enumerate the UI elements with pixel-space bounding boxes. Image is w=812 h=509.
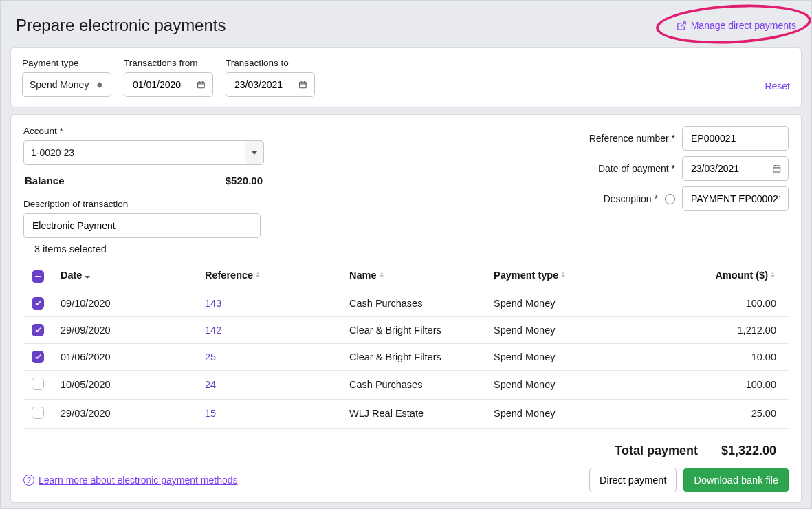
app-frame: Prepare electronic payments Manage direc…	[0, 0, 812, 509]
svg-rect-9	[773, 166, 780, 172]
learn-more-label: Learn more about electronic payment meth…	[39, 475, 238, 486]
page-header: Prepare electronic payments Manage direc…	[10, 9, 802, 47]
page-title: Prepare electronic payments	[16, 16, 226, 35]
description-label: Description *	[604, 193, 658, 204]
total-label: Total payment	[615, 444, 698, 458]
info-icon[interactable]: i	[665, 194, 675, 204]
transactions-from-input[interactable]	[124, 72, 213, 97]
reset-button[interactable]: Reset	[765, 80, 790, 97]
date-of-payment-value[interactable]	[690, 162, 767, 175]
row-date: 10/05/2020	[52, 370, 197, 399]
row-payment-type: Spend Money	[485, 343, 637, 370]
row-date: 29/03/2020	[52, 399, 197, 428]
selected-count: 3 items selected	[34, 243, 789, 254]
sort-icon	[380, 272, 385, 280]
transaction-desc-value[interactable]	[31, 219, 253, 232]
row-reference-link[interactable]: 24	[205, 379, 216, 390]
transactions-to-input[interactable]	[226, 72, 315, 97]
row-checkbox[interactable]	[32, 407, 44, 419]
transactions-to-label: Transactions to	[226, 58, 315, 68]
help-icon: ?	[23, 475, 34, 486]
transactions-to-value[interactable]	[233, 78, 293, 91]
external-link-icon	[677, 21, 687, 31]
transactions-from-label: Transactions from	[124, 58, 213, 68]
balance-label: Balance	[25, 175, 65, 186]
payment-type-value: Spend Money	[30, 79, 89, 90]
payment-type-label: Payment type	[22, 58, 111, 68]
manage-link-label: Manage direct payments	[691, 20, 796, 31]
transaction-desc-input[interactable]	[23, 213, 261, 238]
account-select[interactable]: 1-0020 23	[23, 140, 264, 165]
payment-type-field: Payment type Spend Money	[22, 58, 111, 97]
main-panel: Account * 1-0020 23 Balance $520.00 Desc…	[10, 114, 802, 503]
select-all-checkbox[interactable]	[32, 270, 44, 283]
table-row: 01/06/2020 25 Clear & Bright Filters Spe…	[23, 343, 789, 370]
row-payment-type: Spend Money	[485, 290, 637, 316]
row-reference-link[interactable]: 142	[205, 325, 221, 336]
table-row: 29/09/2020 142 Clear & Bright Filters Sp…	[23, 316, 789, 343]
row-date: 09/10/2020	[52, 290, 197, 316]
row-name: WLJ Real Estate	[341, 399, 485, 428]
date-of-payment-label: Date of payment *	[598, 163, 675, 174]
column-reference[interactable]: Reference	[197, 261, 341, 290]
row-date: 29/09/2020	[52, 316, 197, 343]
svg-line-0	[681, 21, 685, 26]
svg-rect-1	[198, 82, 205, 88]
svg-rect-5	[300, 82, 307, 88]
row-amount: 100.00	[637, 370, 789, 399]
sort-icon	[561, 272, 567, 280]
transactions-from-value[interactable]	[131, 78, 191, 91]
row-payment-type: Spend Money	[485, 316, 637, 343]
calendar-icon	[298, 79, 307, 90]
column-amount[interactable]: Amount ($)	[637, 261, 789, 290]
account-select-button[interactable]	[245, 140, 264, 165]
total-row: Total payment $1,322.00	[23, 429, 789, 461]
payment-details: Reference number * Date of payment * Des…	[589, 126, 789, 211]
total-value: $1,322.00	[721, 444, 776, 458]
row-reference-link[interactable]: 143	[205, 298, 221, 309]
date-of-payment-input[interactable]	[682, 156, 789, 181]
reference-number-value[interactable]	[690, 132, 781, 144]
row-amount: 25.00	[637, 399, 789, 428]
row-reference-link[interactable]: 25	[205, 351, 216, 362]
table-row: 29/03/2020 15 WLJ Real Estate Spend Mone…	[23, 399, 789, 428]
direct-payment-button[interactable]: Direct payment	[589, 468, 677, 492]
row-payment-type: Spend Money	[485, 399, 637, 428]
transactions-to-field: Transactions to	[226, 58, 315, 97]
account-block: Account * 1-0020 23 Balance $520.00 Desc…	[23, 126, 264, 238]
row-checkbox[interactable]	[32, 324, 44, 336]
column-date[interactable]: Date	[52, 261, 197, 290]
row-name: Cash Purchases	[341, 370, 485, 399]
select-caret-icon	[97, 80, 104, 89]
learn-more-link[interactable]: ? Learn more about electronic payment me…	[23, 475, 238, 486]
account-value: 1-0020 23	[31, 147, 74, 158]
sort-icon	[256, 272, 261, 280]
reference-number-input[interactable]	[682, 126, 789, 151]
row-amount: 10.00	[637, 343, 789, 370]
row-checkbox[interactable]	[32, 351, 44, 363]
description-input[interactable]	[682, 186, 789, 211]
table-row: 10/05/2020 24 Cash Purchases Spend Money…	[23, 370, 789, 399]
description-value[interactable]	[690, 193, 781, 205]
transactions-table: Date Reference Name Payment type Amount …	[23, 261, 789, 429]
payment-type-select[interactable]: Spend Money	[22, 72, 111, 97]
footer-bar: ? Learn more about electronic payment me…	[23, 468, 789, 492]
row-reference-link[interactable]: 15	[205, 408, 216, 419]
account-label: Account *	[23, 126, 264, 136]
row-checkbox[interactable]	[32, 378, 44, 390]
balance-value: $520.00	[226, 175, 263, 186]
row-name: Clear & Bright Filters	[341, 343, 485, 370]
column-payment-type[interactable]: Payment type	[485, 261, 637, 290]
sort-desc-icon	[85, 276, 90, 279]
manage-direct-payments-link[interactable]: Manage direct payments	[677, 20, 796, 31]
chevron-down-icon	[252, 151, 257, 155]
calendar-icon	[197, 79, 206, 90]
column-name[interactable]: Name	[341, 261, 485, 290]
row-payment-type: Spend Money	[485, 370, 637, 399]
download-bank-file-button[interactable]: Download bank file	[683, 468, 789, 492]
calendar-icon	[772, 163, 781, 174]
row-name: Cash Purchases	[341, 290, 485, 316]
sort-icon	[771, 272, 776, 280]
filter-panel: Payment type Spend Money Transactions fr…	[10, 47, 802, 107]
row-checkbox[interactable]	[32, 297, 44, 310]
